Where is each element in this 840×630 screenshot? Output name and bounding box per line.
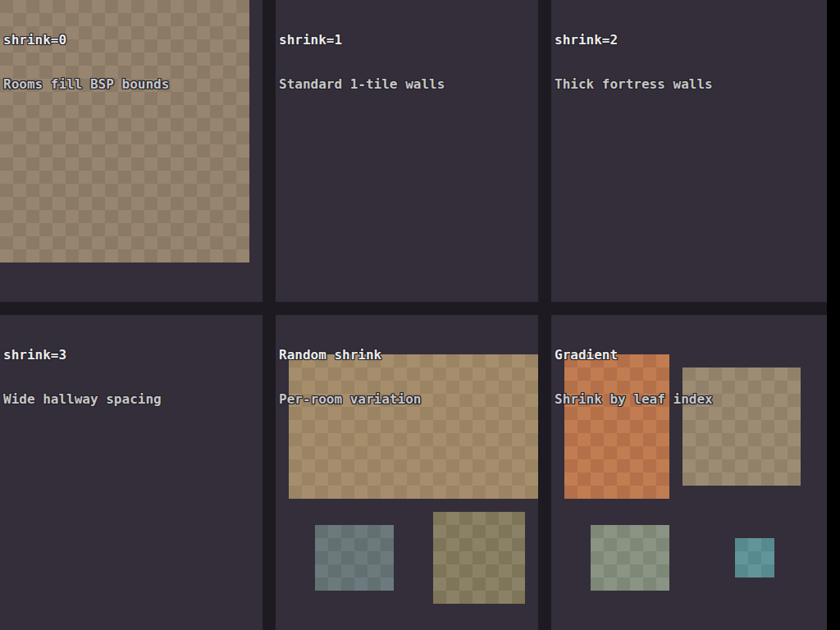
- panel-shrink-2: shrink=2 Thick fortress walls: [551, 0, 827, 302]
- panel-title: shrink=2: [555, 33, 713, 48]
- panel-subtitle: Per-room variation: [279, 392, 421, 407]
- panel-shrink-3: shrink=3 Wide hallway spacing: [0, 315, 262, 630]
- dungeon-room: [433, 512, 525, 604]
- panel-subtitle: Standard 1-tile walls: [279, 77, 445, 92]
- panel-shrink-1: shrink=1 Standard 1-tile walls: [276, 0, 538, 302]
- panel-title: shrink=0: [3, 33, 169, 48]
- dungeon-room: [591, 525, 669, 591]
- panel-title: shrink=1: [279, 33, 445, 48]
- bsp-shrink-demo-screen: shrink=0 Rooms fill BSP bounds shrink=1 …: [0, 0, 840, 630]
- panel-caption: shrink=1 Standard 1-tile walls: [279, 3, 445, 121]
- dungeon-room: [735, 538, 774, 578]
- panel-title: Gradient: [555, 348, 713, 363]
- panel-caption: shrink=3 Wide hallway spacing: [3, 318, 162, 436]
- panel-subtitle: Shrink by leaf index: [555, 392, 713, 407]
- panel-random-shrink: Random shrink Per-room variation: [276, 315, 538, 630]
- panel-shrink-0: shrink=0 Rooms fill BSP bounds: [0, 0, 262, 302]
- panel-grid: shrink=0 Rooms fill BSP bounds shrink=1 …: [0, 0, 827, 630]
- panel-subtitle: Wide hallway spacing: [3, 392, 162, 407]
- panel-title: Random shrink: [279, 348, 421, 363]
- dungeon-room: [315, 525, 394, 591]
- panel-caption: Random shrink Per-room variation: [279, 318, 421, 436]
- panel-caption: Gradient Shrink by leaf index: [555, 318, 713, 436]
- panel-title: shrink=3: [3, 348, 162, 363]
- panel-caption: shrink=0 Rooms fill BSP bounds: [3, 3, 169, 121]
- panel-subtitle: Thick fortress walls: [555, 77, 713, 92]
- panel-subtitle: Rooms fill BSP bounds: [3, 77, 169, 92]
- panel-caption: shrink=2 Thick fortress walls: [555, 3, 713, 121]
- right-margin: [827, 0, 840, 630]
- panel-gradient: Gradient Shrink by leaf index: [551, 315, 827, 630]
